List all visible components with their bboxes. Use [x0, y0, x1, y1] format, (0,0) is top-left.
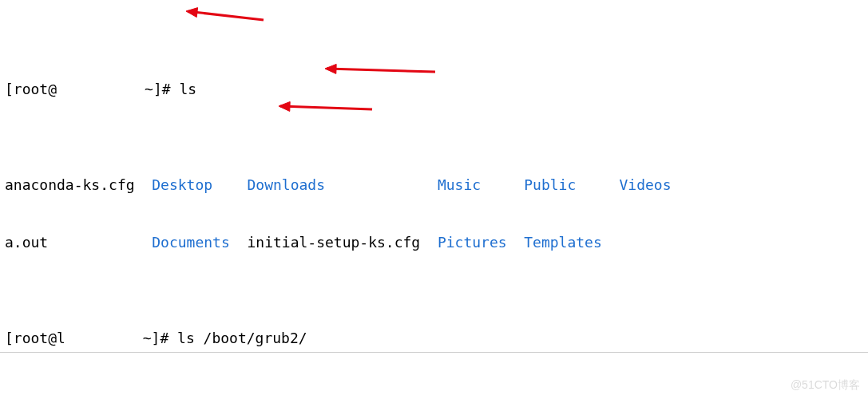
prompt-open: [root@l — [5, 330, 65, 346]
ls-home-row-1: anaconda-ks.cfg Desktop Downloads Music … — [5, 176, 863, 195]
prompt-line-1: [root@ ~]# ls — [5, 80, 863, 99]
command-ls: ls — [179, 81, 196, 97]
ls-entry: Desktop — [152, 176, 247, 193]
prompt-path: ~ — [145, 81, 153, 97]
ls-entry: Documents — [152, 234, 247, 251]
ls-entry: Downloads — [247, 176, 437, 193]
prompt-open: [root@ — [5, 81, 57, 97]
ls-entry: Videos — [619, 176, 671, 193]
hostname-redacted — [65, 331, 134, 347]
ls-entry: anaconda-ks.cfg — [5, 176, 152, 193]
ls-home-row-2: a.out Documents initial-setup-ks.cfg Pic… — [5, 233, 863, 252]
watermark-text: @51CTO博客 — [791, 375, 860, 394]
ls-entry: initial-setup-ks.cfg — [247, 234, 437, 251]
ls-entry: Templates — [524, 234, 602, 251]
ls-entry: a.out — [5, 234, 152, 251]
prompt-close: ]# — [152, 330, 178, 346]
terminal-output: [root@ ~]# ls anaconda-ks.cfg Desktop Do… — [0, 0, 868, 399]
ls-entry: Pictures — [438, 234, 524, 251]
ls-entry: Music — [438, 176, 524, 193]
prompt-path: ~ — [134, 330, 152, 346]
hostname-redacted — [57, 82, 145, 98]
ls-entry: Public — [524, 176, 619, 193]
command-ls-grub2: ls /boot/grub2/ — [177, 330, 307, 346]
prompt-line-2: [root@l ~]# ls /boot/grub2/ — [5, 329, 863, 348]
prompt-close: ]# — [153, 81, 180, 97]
divider-line — [0, 352, 868, 353]
